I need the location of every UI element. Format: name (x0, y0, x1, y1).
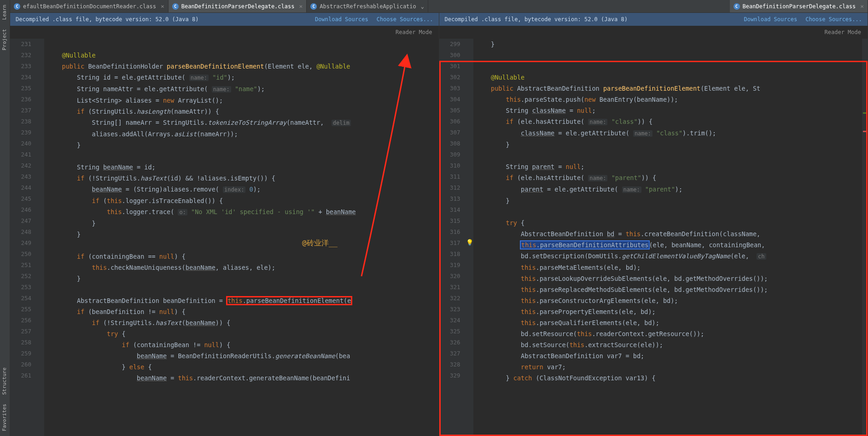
download-sources-link[interactable]: Download Sources (315, 16, 368, 23)
right-gutter[interactable]: 299 300 301 302 303 304 305 306 307 308 … (439, 39, 465, 436)
editor-tab[interactable]: CBeanDefinitionParserDelegate.class× (730, 0, 868, 12)
close-icon[interactable]: × (860, 3, 864, 10)
right-editor: Decompiled .class file, bytecode version… (439, 13, 868, 436)
tab-label: efaultBeanDefinitionDocumentReader.class (23, 3, 156, 10)
reader-mode-label[interactable]: Reader Mode (396, 29, 432, 35)
decompiler-info-text: Decompiled .class file, bytecode version… (16, 16, 198, 23)
left-editor: Decompiled .class file, bytecode version… (10, 13, 439, 436)
tab-label: AbstractRefreshableApplicatio (320, 3, 416, 10)
error-stripe[interactable] (862, 39, 868, 436)
right-code[interactable]: } @Nullable public AbstractBeanDefinitio… (473, 39, 862, 436)
choose-sources-link-right[interactable]: Choose Sources... (805, 16, 862, 23)
tool-window-bar[interactable]: Learn Project Structure Favorites (0, 0, 10, 436)
editor-tab[interactable]: CAbstractRefreshableApplicatio⌄ (307, 0, 428, 12)
side-tool-learn[interactable]: Learn (0, 0, 10, 24)
left-gutter[interactable]: 231 232 233 234 235 236 237 238 239 240 … (10, 39, 36, 436)
side-tool-structure[interactable]: Structure (0, 363, 10, 400)
left-code[interactable]: @Nullable public BeanDefinitionHolder pa… (44, 39, 439, 436)
download-sources-link-right[interactable]: Download Sources (744, 16, 798, 23)
editor-tab[interactable]: CefaultBeanDefinitionDocumentReader.clas… (10, 0, 169, 12)
tab-label: BeanDefinitionParserDelegate.class (181, 3, 295, 10)
chevron-down-icon[interactable]: ⌄ (421, 3, 424, 10)
intention-bulb-icon[interactable]: 💡 (466, 239, 473, 246)
right-code-area[interactable]: 299 300 301 302 303 304 305 306 307 308 … (439, 39, 868, 436)
decompiler-info-bar-right: Decompiled .class file, bytecode version… (439, 13, 868, 26)
editor-tab[interactable]: CBeanDefinitionParserDelegate.class× (169, 0, 307, 12)
class-file-icon: C (310, 3, 317, 10)
left-gutter-marks (36, 39, 44, 436)
watermark-text: @砖业洋__ (302, 238, 338, 249)
side-tool-project[interactable]: Project (0, 24, 10, 55)
class-file-icon: C (14, 3, 20, 10)
side-tool-favorites[interactable]: Favorites (0, 399, 10, 436)
tab-label: BeanDefinitionParserDelegate.class (743, 3, 856, 10)
editor-tab-bar: CefaultBeanDefinitionDocumentReader.clas… (10, 0, 868, 13)
choose-sources-link[interactable]: Choose Sources... (377, 16, 433, 23)
close-icon[interactable]: × (299, 3, 303, 10)
decompiler-info-bar: Decompiled .class file, bytecode version… (10, 13, 439, 26)
right-gutter-marks: 💡 (465, 39, 473, 436)
class-file-icon: C (172, 3, 179, 10)
class-file-icon: C (734, 3, 740, 10)
decompiler-info-text-right: Decompiled .class file, bytecode version… (445, 16, 628, 23)
close-icon[interactable]: × (161, 3, 164, 10)
left-code-area[interactable]: 231 232 233 234 235 236 237 238 239 240 … (10, 39, 439, 436)
reader-mode-label-right[interactable]: Reader Mode (825, 29, 861, 35)
